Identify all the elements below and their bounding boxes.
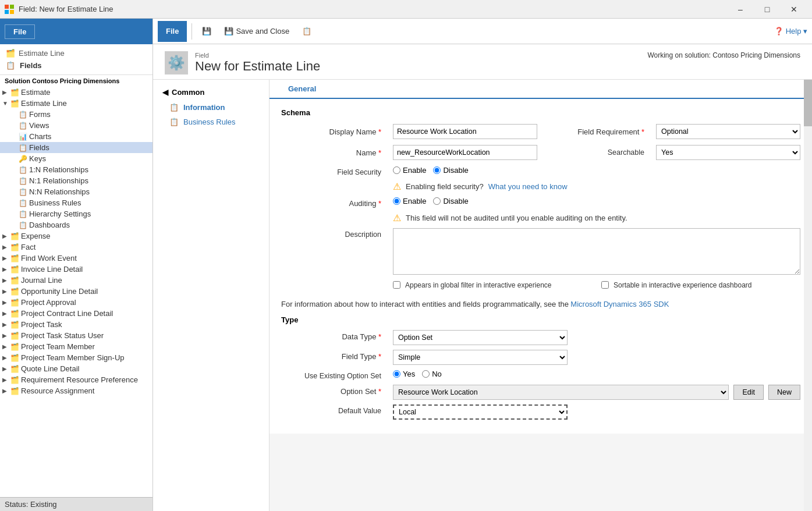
default-value-row: Default Value Local On-site Remote — [281, 404, 800, 420]
auditing-enable-radio[interactable] — [393, 197, 400, 205]
tree-item[interactable]: ▶ 🗂️ Journal Line — [0, 275, 153, 286]
description-label: Description — [281, 228, 386, 239]
nav-item-business-rules[interactable]: 📋 Business Rules — [153, 115, 269, 129]
description-textarea[interactable] — [393, 228, 800, 275]
searchable-select[interactable]: Yes No — [656, 145, 800, 160]
tree-item[interactable]: ▶ 🗂️ Quote Line Detail — [0, 363, 153, 374]
field-security-radio-group: Enable Disable — [393, 166, 800, 175]
option-set-select[interactable]: Resource Work Location — [393, 385, 729, 400]
display-name-input[interactable] — [393, 124, 537, 139]
default-value-select[interactable]: Local On-site Remote — [393, 404, 568, 420]
field-security-value: Enable Disable — [393, 166, 800, 175]
tree-item[interactable]: 📋 Views — [0, 120, 153, 131]
auditing-row: Auditing * Enable Di — [281, 197, 800, 208]
sdk-link[interactable]: Microsoft Dynamics 365 SDK — [570, 300, 669, 308]
warning-icon-audit: ⚠ — [393, 212, 401, 223]
tree-arrow: ▶ — [2, 354, 10, 361]
field-security-disable-label[interactable]: Disable — [433, 166, 468, 175]
field-security-enable-radio[interactable] — [393, 166, 400, 174]
tree-item[interactable]: 📋 N:1 Relationships — [0, 175, 153, 186]
tab-general[interactable]: General — [279, 80, 325, 99]
tree-item[interactable]: 🔑 Keys — [0, 153, 153, 164]
tree-arrow: ▶ — [2, 89, 10, 95]
tree-item[interactable]: ▶ 🗂️ Requirement Resource Preference — [0, 374, 153, 385]
tree-item[interactable]: ▶ 🗂️ Project Task — [0, 319, 153, 330]
auditing-enable-label[interactable]: Enable — [393, 197, 426, 205]
tree-item[interactable]: 📋 Dashboards — [0, 219, 153, 230]
tree-item[interactable]: 📋 Hierarchy Settings — [0, 208, 153, 219]
file-tab-button[interactable]: File — [158, 21, 187, 42]
tree-item[interactable]: ▼ 🗂️ Estimate Line — [0, 98, 153, 109]
minimize-button[interactable]: – — [727, 0, 754, 19]
svg-rect-1 — [10, 5, 14, 9]
warning-icon-security: ⚠ — [393, 181, 401, 192]
right-toolbar: File 💾 💾 Save and Close 📋 ❓ Help ▾ — [153, 19, 812, 44]
left-top-bar: File — [0, 19, 153, 44]
use-existing-no-radio[interactable] — [422, 370, 430, 378]
sortable-checkbox[interactable] — [601, 281, 609, 289]
field-requirement-select[interactable]: Optional Business Required Business Reco… — [656, 124, 800, 139]
tree-label: Journal Line — [21, 276, 62, 285]
tree-item[interactable]: ▶ 🗂️ Project Contract Line Detail — [0, 308, 153, 319]
auditing-disable-label[interactable]: Disable — [433, 197, 468, 205]
form-tab-bar: General — [270, 80, 812, 99]
tree-label: Quote Line Detail — [21, 364, 79, 373]
tree-item[interactable]: 📋 N:N Relationships — [0, 186, 153, 197]
tree-item[interactable]: 📊 Charts — [0, 131, 153, 142]
save-close-icon: 💾 — [224, 27, 233, 36]
new-option-set-button[interactable]: New — [768, 385, 800, 400]
option-set-label: Option Set * — [281, 385, 386, 396]
maximize-button[interactable]: □ — [754, 0, 781, 19]
field-header-left: ⚙️ Field New for Estimate Line — [165, 51, 320, 74]
save-icon-button[interactable]: 💾 — [197, 22, 217, 41]
data-type-select[interactable]: Option Set Single Line of Text Two Optio… — [393, 330, 568, 345]
tree-item[interactable]: ▶ 🗂️ Project Approval — [0, 297, 153, 308]
use-existing-yes-radio[interactable] — [393, 370, 400, 378]
tree-arrow: ▶ — [2, 343, 10, 350]
tree-item[interactable]: ▶ 🗂️ Opportunity Line Detail — [0, 286, 153, 297]
tree-icon: 🗂️ — [10, 288, 19, 296]
field-security-disable-radio[interactable] — [433, 166, 441, 174]
edit-option-set-button[interactable]: Edit — [733, 385, 764, 400]
tree-item[interactable]: 📋 1:N Relationships — [0, 164, 153, 175]
tree-item[interactable]: ▶ 🗂️ Find Work Event — [0, 253, 153, 264]
tree-item[interactable]: ▶ 🗂️ Resource Assignment — [0, 385, 153, 396]
schema-title: Schema — [281, 108, 800, 117]
tree-icon: 📋 — [19, 144, 27, 152]
use-existing-no-label[interactable]: No — [422, 370, 442, 378]
left-file-button[interactable]: File — [5, 24, 35, 39]
tree-label: Project Contract Line Detail — [21, 309, 113, 318]
title-bar-left: Field: New for Estimate Line — [5, 5, 114, 14]
close-button[interactable]: ✕ — [781, 0, 807, 19]
help-icon: ❓ — [774, 27, 783, 36]
field-type-select[interactable]: Simple Calculated Rollup — [393, 350, 568, 365]
use-existing-yes-label[interactable]: Yes — [393, 370, 415, 378]
nav-group-label: ◀ Common — [153, 84, 269, 100]
nav-info-label: Information — [183, 103, 225, 112]
use-existing-row: Use Existing Option Set Yes No — [281, 370, 800, 380]
copy-button[interactable]: 📋 — [297, 22, 317, 41]
nav-item-information[interactable]: 📋 Information — [153, 100, 269, 115]
svg-rect-2 — [5, 10, 9, 14]
tree-item[interactable]: 📋 Fields — [0, 142, 153, 153]
tree-item[interactable]: ▶ 🗂️ Expense — [0, 230, 153, 242]
auditing-disable-radio[interactable] — [433, 197, 441, 205]
content-nav: ◀ Common 📋 Information 📋 Business Rules — [153, 80, 270, 511]
tree-item[interactable]: ▶ 🗂️ Project Team Member Sign-Up — [0, 352, 153, 363]
tree-item[interactable]: ▶ 🗂️ Fact — [0, 242, 153, 253]
appears-checkbox[interactable] — [393, 281, 400, 289]
tree-item[interactable]: ▶ 🗂️ Invoice Line Detail — [0, 264, 153, 275]
tree-item[interactable]: ▶ 🗂️ Project Task Status User — [0, 330, 153, 341]
field-security-enable-label[interactable]: Enable — [393, 166, 426, 175]
name-input[interactable] — [393, 145, 537, 160]
save-close-button[interactable]: 💾 Save and Close — [219, 22, 295, 41]
form-area: General Schema Display Name * Field Requ… — [270, 80, 812, 511]
tree-item[interactable]: ▶ 🗂️ Project Team Member — [0, 341, 153, 352]
field-type-row: Field Type * Simple Calculated Rollup — [281, 350, 800, 365]
tree-item[interactable]: 📋 Business Rules — [0, 197, 153, 208]
tree-item[interactable]: ▶ 🗂️ Estimate — [0, 87, 153, 98]
what-you-need-link[interactable]: What you need to know — [488, 182, 568, 191]
tree-icon: 📋 — [19, 111, 27, 119]
help-button[interactable]: ❓ Help ▾ — [774, 27, 807, 36]
tree-item[interactable]: 📋 Forms — [0, 109, 153, 120]
